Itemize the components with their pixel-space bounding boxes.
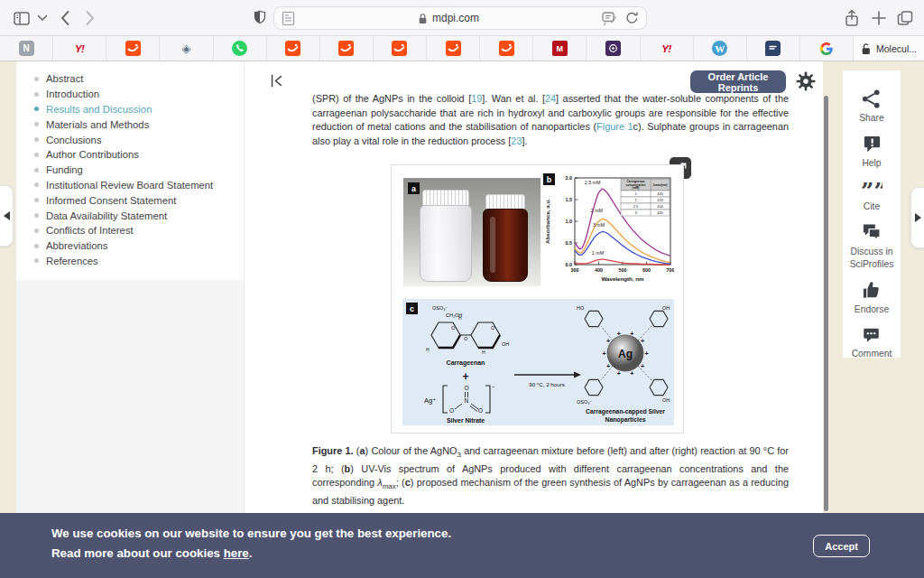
gear-icon[interactable] — [796, 71, 816, 91]
favorites-bar-row: NY!◈MY!W Molecul... — [0, 36, 924, 61]
svg-text:Silver Nitrate: Silver Nitrate — [447, 417, 485, 424]
favorite-chat[interactable] — [747, 36, 800, 61]
toc-item[interactable]: Institutional Review Board Statement — [34, 178, 244, 193]
arrow-right-icon — [915, 213, 921, 222]
toc-item[interactable]: Data Availability Statement — [34, 208, 244, 223]
action-share-nodes[interactable]: Share — [859, 89, 883, 124]
favorite-diamond[interactable]: ◈ — [160, 36, 213, 61]
favorite-mail[interactable] — [374, 36, 427, 61]
toc-item-label: Results and Discussion — [46, 104, 152, 115]
favorite-mail[interactable] — [480, 36, 533, 61]
cookie-here-link[interactable]: here — [224, 546, 249, 560]
panel-a-label: a — [408, 182, 420, 194]
action-comment-bubble[interactable]: Comment — [852, 325, 892, 359]
inline-link[interactable]: Figure 1 — [596, 121, 633, 132]
toc-item[interactable]: Introduction — [34, 87, 244, 102]
toc-item[interactable]: Funding — [34, 163, 244, 178]
translate-icon[interactable] — [602, 12, 617, 25]
collapse-right-tab[interactable] — [910, 187, 924, 248]
vial-after — [483, 194, 528, 282]
favorite-mail[interactable] — [106, 36, 160, 61]
toc-bullet-icon — [34, 182, 39, 187]
favorite-yahoo[interactable]: Y! — [53, 36, 106, 61]
address-bar[interactable]: mdpi.com — [273, 6, 647, 30]
order-reprints-button[interactable]: Order Article Reprints — [690, 70, 786, 93]
mail-favicon-icon — [338, 41, 354, 56]
mail-favicon-icon — [392, 41, 407, 56]
svg-text:OH: OH — [662, 397, 670, 403]
svg-text:3 mM: 3 mM — [593, 222, 605, 228]
page-scrollbar[interactable] — [824, 96, 828, 511]
favorite-wordpress[interactable]: W — [694, 36, 747, 61]
figure-1[interactable]: a b 0.00.51.01.52.0300400500600700Wavele… — [391, 164, 684, 434]
forward-icon[interactable] — [85, 10, 96, 26]
reader-mode-icon[interactable] — [282, 11, 295, 26]
accept-cookies-button[interactable]: Accept — [813, 535, 870, 557]
active-tab[interactable]: Molecul... — [854, 36, 924, 61]
svg-text:300: 300 — [571, 267, 579, 273]
svg-text:(mM): (mM) — [633, 186, 640, 190]
toc-item-label: Funding — [46, 164, 83, 175]
action-cite-quotes[interactable]: ””Cite — [861, 180, 882, 212]
toc-item-label: Abbreviations — [46, 240, 107, 251]
action-label: Share — [859, 112, 883, 124]
privacy-shield-icon[interactable] — [253, 10, 267, 26]
toc-item[interactable]: Abstract — [34, 71, 244, 87]
toc-item-label: Materials and Methods — [46, 119, 149, 130]
svg-text:2.5 mM: 2.5 mM — [585, 180, 601, 185]
back-icon[interactable] — [60, 10, 70, 26]
mdpi-favicon-icon: M — [552, 41, 568, 56]
toc-item[interactable]: Informed Consent Statement — [34, 192, 244, 208]
svg-text:2.5: 2.5 — [633, 204, 639, 209]
action-help-bubble[interactable]: Help — [862, 134, 882, 169]
favorite-yahoo[interactable]: Y! — [641, 36, 694, 61]
svg-text:+: + — [606, 363, 610, 369]
favorite-mail[interactable] — [427, 36, 480, 61]
action-thumb-up[interactable]: Endorse — [855, 280, 889, 315]
svg-text:+: + — [641, 363, 644, 369]
toc-item-label: Data Availability Statement — [46, 210, 167, 221]
toc-item[interactable]: Conclusions — [34, 132, 244, 147]
cookie-message: We use cookies on our website to ensure … — [51, 524, 451, 564]
favorite-google[interactable] — [800, 36, 854, 61]
tab-overview-icon[interactable] — [896, 9, 914, 27]
toc-item[interactable]: Conflicts of Interest — [34, 223, 244, 238]
browser-toolbar: mdpi.com — [0, 0, 924, 36]
sidebar-toggle-icon[interactable] — [13, 9, 31, 27]
cookie-line1: We use cookies on our website to ensure … — [51, 524, 451, 544]
toc-bullet-icon — [34, 77, 39, 81]
notes-favicon-icon: N — [19, 41, 34, 56]
svg-text:414: 414 — [657, 204, 663, 209]
favorite-mail[interactable] — [267, 36, 320, 61]
favorite-purple[interactable] — [587, 36, 640, 61]
action-discuss-bubbles[interactable]: Discuss in SciProfiles — [843, 222, 901, 270]
inline-link[interactable]: 23 — [511, 135, 522, 146]
collapse-panel-icon[interactable] — [269, 73, 283, 89]
toc-item[interactable]: Materials and Methods — [34, 117, 244, 132]
figure-caption: Figure 1. (a) Colour of the AgNO3 and ca… — [312, 444, 789, 508]
collapse-left-tab[interactable] — [0, 185, 14, 247]
favorite-mdpi[interactable]: M — [533, 36, 587, 61]
new-tab-icon[interactable] — [870, 9, 888, 27]
reload-icon[interactable] — [625, 11, 639, 25]
toc-item[interactable]: Author Contributions — [34, 147, 244, 163]
chevron-down-icon[interactable] — [37, 14, 48, 22]
svg-text:2 mM: 2 mM — [591, 208, 603, 213]
favorite-whatsapp[interactable] — [214, 36, 267, 61]
toc-item[interactable]: Abbreviations — [34, 238, 244, 254]
toc-item-label: Conclusions — [46, 135, 102, 145]
svg-text:1.5: 1.5 — [566, 197, 573, 202]
svg-text:−: − — [492, 384, 495, 389]
toc-item[interactable]: Results and Discussion — [34, 102, 244, 117]
inline-link[interactable]: 19 — [471, 93, 482, 104]
google-favicon-icon — [818, 41, 834, 56]
inline-link[interactable]: 24 — [545, 93, 556, 104]
reaction-scheme-drawing: OSO₃⁻ CH₂OH O O O OH H H H Carrageenan +… — [402, 299, 674, 425]
favorite-mail[interactable] — [320, 36, 374, 61]
toc-item-label: Abstract — [46, 73, 83, 84]
tab-title: Molecul... — [876, 43, 917, 54]
share-icon[interactable] — [843, 9, 861, 27]
toc-item[interactable]: References — [34, 254, 244, 269]
cite-quotes-icon: ”” — [861, 180, 882, 198]
favorite-n[interactable]: N — [0, 36, 53, 61]
